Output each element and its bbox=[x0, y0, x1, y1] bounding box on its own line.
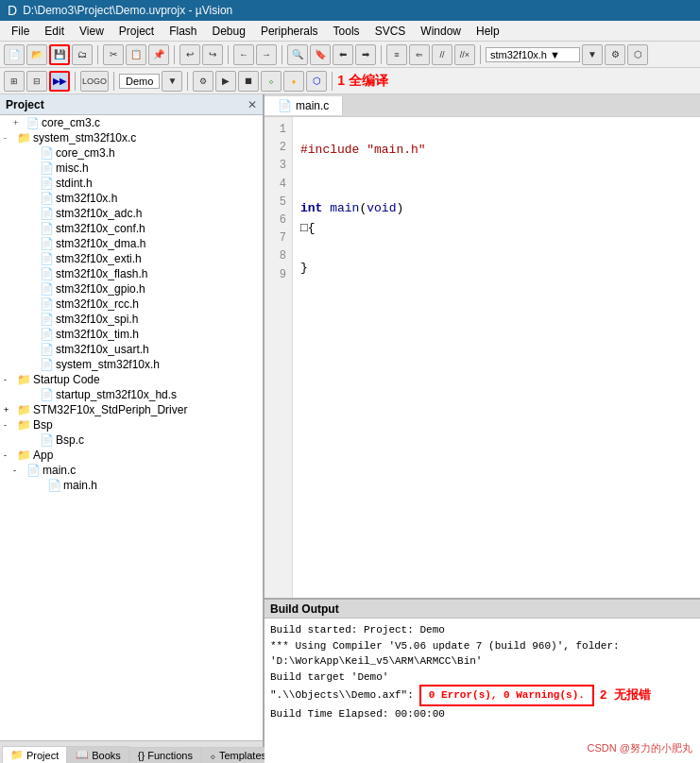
logo-btn[interactable]: LOGO bbox=[80, 71, 109, 92]
app-folder[interactable]: - 📁 App bbox=[0, 448, 263, 463]
next-btn[interactable]: ➡ bbox=[355, 44, 376, 65]
menu-window[interactable]: Window bbox=[413, 23, 469, 40]
project-panel-header: Project ✕ bbox=[0, 94, 263, 115]
back-btn[interactable]: ← bbox=[233, 44, 254, 65]
menu-project[interactable]: Project bbox=[111, 23, 162, 40]
bottom-tabs-row: 📁 Project 📖 Books {} Functions ⬦ Templat… bbox=[0, 740, 263, 763]
indent-btn[interactable]: ≡ bbox=[386, 44, 407, 65]
menu-file[interactable]: File bbox=[4, 23, 37, 40]
project-dropdown[interactable]: Demo bbox=[119, 74, 160, 89]
editor-panel: 📄 main.c 123456789 #include "main.h" int… bbox=[265, 94, 700, 598]
tree-item[interactable]: 📄Bsp.c bbox=[0, 432, 263, 448]
editor-tab-bar: 📄 main.c bbox=[265, 94, 700, 117]
translate-btn[interactable]: ⊞ bbox=[4, 71, 25, 92]
bsp-folder[interactable]: - 📁 Bsp bbox=[0, 417, 263, 432]
copy-btn[interactable]: 📋 bbox=[126, 44, 146, 65]
expand-icon: - bbox=[4, 133, 15, 143]
file-dropdown[interactable]: stm32f10x.h ▼ bbox=[486, 47, 580, 62]
tree-item[interactable]: 📄stm32f10x_exti.h bbox=[0, 251, 263, 266]
error-box: 0 Error(s), 0 Warning(s). bbox=[419, 685, 594, 706]
code-view[interactable]: 123456789 #include "main.h" int main(voi… bbox=[265, 117, 700, 598]
item-label: system_stm32f10x.c bbox=[33, 131, 136, 144]
tree-item[interactable]: - 📁 system_stm32f10x.c bbox=[0, 130, 263, 145]
menu-peripherals[interactable]: Peripherals bbox=[253, 23, 326, 40]
panel-close-btn[interactable]: ✕ bbox=[248, 98, 257, 111]
tree-item[interactable]: 📄startup_stm32f10x_hd.s bbox=[0, 387, 263, 402]
menu-flash[interactable]: Flash bbox=[162, 23, 204, 40]
tree-item[interactable]: 📄 core_cm3.h bbox=[0, 145, 263, 161]
unindent-btn[interactable]: ⇐ bbox=[409, 44, 430, 65]
build-section: Build Output Build started: Project: Dem… bbox=[265, 598, 700, 763]
tree-item[interactable]: 📄stm32f10x_tim.h bbox=[0, 327, 263, 342]
editor-tab-main-c[interactable]: 📄 main.c bbox=[265, 96, 343, 115]
tab-books[interactable]: 📖 Books bbox=[67, 746, 129, 763]
menu-edit[interactable]: Edit bbox=[37, 23, 72, 40]
tree-item[interactable]: 📄stm32f10x_conf.h bbox=[0, 221, 263, 236]
books-tab-label: Books bbox=[92, 750, 121, 761]
title-text: D:\Demo3\Project\Demo.uvprojx - µVision bbox=[23, 4, 232, 17]
tab-project[interactable]: 📁 Project bbox=[2, 746, 67, 763]
app-icon: D bbox=[8, 3, 17, 18]
main-c-item[interactable]: - 📄 main.c bbox=[0, 463, 263, 478]
proj-dropdown-arrow[interactable]: ▼ bbox=[162, 71, 182, 92]
menu-view[interactable]: View bbox=[72, 23, 111, 40]
startup-code-folder[interactable]: - 📁 Startup Code bbox=[0, 372, 263, 387]
save-btn[interactable]: 💾 bbox=[49, 44, 70, 65]
dropdown-arrow[interactable]: ▼ bbox=[582, 44, 603, 65]
open-btn[interactable]: 📂 bbox=[26, 44, 47, 65]
build-prefix: ".\\Objects\\Demo.axf": bbox=[270, 687, 414, 704]
run-btn[interactable]: ▶ bbox=[215, 71, 236, 92]
extra-btn2[interactable]: ⬡ bbox=[627, 44, 648, 65]
redo-btn[interactable]: ↪ bbox=[202, 44, 223, 65]
menu-tools[interactable]: Tools bbox=[326, 23, 367, 40]
uncomment-btn[interactable]: //× bbox=[454, 44, 475, 65]
menu-svcs[interactable]: SVCS bbox=[367, 23, 414, 40]
annotation2-label: 2 无报错 bbox=[600, 687, 652, 705]
tree-item[interactable]: 📄stdint.h bbox=[0, 176, 263, 191]
tree-item[interactable]: 📄stm32f10x_adc.h bbox=[0, 206, 263, 221]
paste-btn[interactable]: 📌 bbox=[148, 44, 169, 65]
item-label: core_cm3.c bbox=[42, 116, 100, 129]
prev-btn[interactable]: ⬅ bbox=[333, 44, 353, 65]
tree-item[interactable]: 📄system_stm32f10x.h bbox=[0, 357, 263, 372]
flash-btn[interactable]: ⬡ bbox=[306, 71, 327, 92]
startup-code-label: Startup Code bbox=[33, 373, 100, 386]
tree-item[interactable]: 📄stm32f10x_gpio.h bbox=[0, 281, 263, 297]
save-all-btn[interactable]: 🗂 bbox=[72, 44, 93, 65]
code-body[interactable]: #include "main.h" int main(void) □{ } bbox=[293, 117, 434, 598]
tree-item[interactable]: 📄stm32f10x_dma.h bbox=[0, 236, 263, 251]
menu-debug[interactable]: Debug bbox=[205, 23, 253, 40]
tab-functions[interactable]: {} Functions bbox=[129, 747, 201, 763]
forward-btn[interactable]: → bbox=[256, 44, 277, 65]
build-all-btn[interactable]: ⊟ bbox=[26, 71, 47, 92]
stop-btn[interactable]: ⏹ bbox=[238, 71, 259, 92]
comment-btn[interactable]: // bbox=[432, 44, 452, 65]
tree-item[interactable]: 📄stm32f10x_rcc.h bbox=[0, 297, 263, 312]
sep4 bbox=[282, 45, 282, 64]
tree-item[interactable]: 📄stm32f10x.h bbox=[0, 191, 263, 206]
undo-btn[interactable]: ↩ bbox=[179, 44, 200, 65]
title-bar: D D:\Demo3\Project\Demo.uvprojx - µVisio… bbox=[0, 0, 700, 21]
project-tab-icon: 📁 bbox=[10, 749, 24, 761]
build-output-header: Build Output bbox=[265, 600, 700, 619]
reset-btn[interactable]: ⬦ bbox=[261, 71, 282, 92]
stm32-folder[interactable]: + 📁 STM32F10x_StdPeriph_Driver bbox=[0, 402, 263, 417]
target-options-btn[interactable]: ⚙ bbox=[193, 71, 213, 92]
bookmark-btn[interactable]: 🔖 bbox=[310, 44, 331, 65]
tree-item[interactable]: 📄stm32f10x_flash.h bbox=[0, 266, 263, 281]
sep7 bbox=[75, 72, 76, 91]
main-h-item[interactable]: 📄 main.h bbox=[0, 478, 263, 493]
debug-btn[interactable]: ⬧ bbox=[283, 71, 304, 92]
build-line-5: Build Time Elapsed: 00:00:00 bbox=[270, 706, 694, 722]
tree-item[interactable]: + 📄 core_cm3.c bbox=[0, 115, 263, 130]
compile-btn[interactable]: ▶▶ bbox=[49, 71, 70, 92]
tree-item[interactable]: 📄stm32f10x_usart.h bbox=[0, 342, 263, 357]
menu-help[interactable]: Help bbox=[469, 23, 507, 40]
functions-tab-label: Functions bbox=[147, 750, 193, 761]
new-file-btn[interactable]: 📄 bbox=[4, 44, 25, 65]
find-btn[interactable]: 🔍 bbox=[287, 44, 308, 65]
extra-btn1[interactable]: ⚙ bbox=[605, 44, 625, 65]
cut-btn[interactable]: ✂ bbox=[103, 44, 124, 65]
tree-item[interactable]: 📄stm32f10x_spi.h bbox=[0, 312, 263, 327]
tree-item[interactable]: 📄misc.h bbox=[0, 161, 263, 176]
